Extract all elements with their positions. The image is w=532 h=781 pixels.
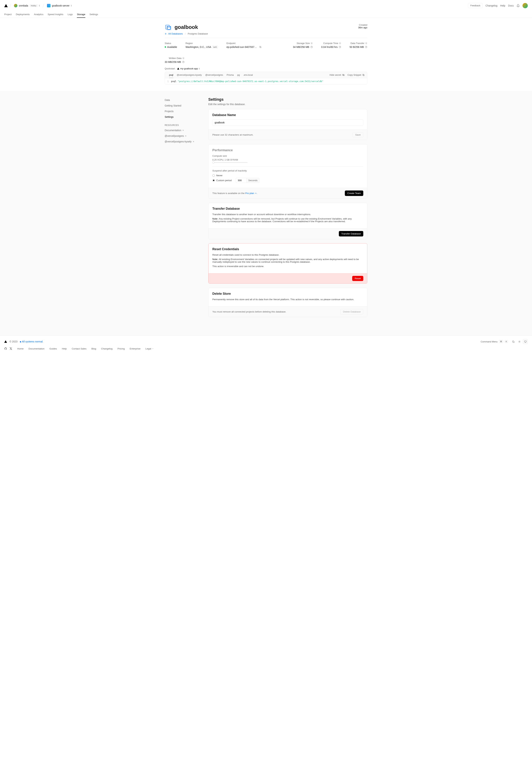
sidebar-resource-docs[interactable]: Documentation	[165, 127, 200, 133]
sidebar-item-getting-started[interactable]: Getting Started	[165, 103, 200, 109]
project-switcher-icon[interactable]: ▴▾	[71, 5, 72, 7]
breadcrumb: All Databases / Postgres Database	[165, 32, 208, 35]
tab-settings[interactable]: Settings	[90, 11, 98, 18]
usage-chart-icon[interactable]	[339, 46, 341, 48]
database-icon	[165, 24, 172, 31]
external-link-icon	[255, 193, 257, 194]
sidebar-resource-kysely[interactable]: @vercel/postgres-kysely	[165, 139, 200, 145]
custom-period-input[interactable]	[236, 178, 246, 183]
reset-title: Reset Credentials	[212, 247, 363, 251]
tab-analytics[interactable]: Analytics	[34, 11, 43, 18]
radio-custom-label: Custom period	[216, 179, 232, 182]
footer-link-blog[interactable]: Blog	[91, 347, 96, 350]
theme-system-button[interactable]	[523, 339, 528, 344]
code-tab-kysely[interactable]: @vercel/postgres-kysely	[175, 72, 204, 78]
all-databases-link[interactable]: All Databases	[165, 32, 183, 35]
footer-link-changelog[interactable]: Changelog	[101, 347, 113, 350]
footer-link-pricing[interactable]: Pricing	[118, 347, 125, 350]
code-tab-prisma[interactable]: Prisma	[225, 72, 235, 78]
footer-social	[4, 347, 12, 350]
sidebar-resource-postgres[interactable]: @vercel/postgres	[165, 133, 200, 139]
created-info: Created 36m ago	[358, 24, 367, 29]
team-name: snmbala	[19, 4, 28, 7]
delete-database-button[interactable]: Delete Database	[340, 309, 363, 315]
compute-slider[interactable]	[212, 162, 248, 163]
database-name-input[interactable]	[212, 119, 363, 126]
copy-icon[interactable]	[259, 46, 262, 48]
code-tabs: psql @vercel/postgres-kysely @vercel/pos…	[165, 72, 367, 78]
copy-snippet-button[interactable]: Copy Snippet	[348, 74, 365, 76]
tab-logs[interactable]: Logs	[68, 11, 73, 18]
sidebar-item-projects[interactable]: Projects	[165, 109, 200, 114]
suspend-never-row[interactable]: Never	[212, 174, 363, 177]
usage-chart-icon[interactable]	[310, 46, 313, 48]
radio-custom[interactable]	[212, 179, 215, 182]
footer-link-legal[interactable]: Legal	[145, 347, 154, 350]
github-icon[interactable]	[4, 347, 7, 350]
database-name-title: Database Name	[212, 113, 363, 117]
x-twitter-icon[interactable]	[9, 347, 12, 350]
usage-chart-icon[interactable]	[182, 61, 184, 63]
seconds-addon: Seconds	[246, 178, 260, 183]
vercel-logo[interactable]	[4, 4, 8, 7]
transfer-note: Note: Any existing Project connections w…	[212, 217, 363, 223]
hide-secret-button[interactable]: Hide secret	[329, 74, 345, 76]
footer-link-enterprise[interactable]: Enterprise	[130, 347, 141, 350]
resource-label: @vercel/postgres	[165, 134, 184, 137]
help-link[interactable]: Help	[500, 4, 505, 7]
stat-endpoint: Endpoint ep-polished-sun-94079372-po…	[226, 42, 262, 48]
create-team-button[interactable]: Create Team	[345, 191, 363, 196]
sidebar-item-settings[interactable]: Settings	[165, 114, 200, 120]
theme-light-button[interactable]	[517, 339, 522, 344]
all-databases-label: All Databases	[168, 32, 183, 35]
header-right: Feedback Changelog Help Docs	[468, 3, 528, 8]
tab-storage[interactable]: Storage	[77, 11, 85, 18]
system-status-link[interactable]: All systems normal.	[20, 340, 43, 343]
code-tab-psql[interactable]: psql	[167, 72, 175, 78]
quickstart-app-selector[interactable]: my-goalbook-app ▴▾	[177, 67, 200, 70]
radio-never[interactable]	[212, 174, 215, 177]
footer-link-guides[interactable]: Guides	[49, 347, 57, 350]
user-avatar[interactable]	[523, 3, 528, 8]
info-icon[interactable]: i	[311, 42, 313, 44]
command-menu-button[interactable]: Command Menu ⌘ K	[481, 340, 508, 343]
moon-icon	[512, 340, 515, 343]
usage-chart-icon[interactable]	[365, 46, 367, 48]
info-icon[interactable]: i	[182, 57, 184, 59]
sidebar-item-data[interactable]: Data	[165, 97, 200, 103]
pro-plan-link[interactable]: Pro plan	[245, 192, 257, 195]
team-scope[interactable]: snmbala Hobby ▴▾	[13, 3, 41, 8]
reset-button[interactable]: Reset	[352, 276, 363, 281]
transfer-database-button[interactable]: Transfer Database	[339, 231, 363, 237]
docs-link[interactable]: Docs	[508, 4, 514, 7]
feedback-button[interactable]: Feedback	[468, 3, 483, 8]
footer-link-help[interactable]: Help	[62, 347, 67, 350]
slash-divider	[43, 3, 44, 8]
transfer-value: 50 B/256 MB	[350, 46, 364, 48]
stat-label: Endpoint	[226, 42, 262, 45]
info-icon[interactable]: i	[365, 42, 367, 44]
project-scope[interactable]: goalbook-server ▴▾	[46, 3, 73, 8]
slider-thumb[interactable]	[212, 161, 215, 164]
code-tab-postgres[interactable]: @vercel/postgres	[204, 72, 225, 78]
footer-link-contact[interactable]: Contact Sales	[72, 347, 86, 350]
theme-dark-button[interactable]	[511, 339, 516, 344]
vercel-footer-logo[interactable]	[4, 340, 7, 343]
footer-link-documentation[interactable]: Documentation	[29, 347, 45, 350]
code-snippet-card: psql @vercel/postgres-kysely @vercel/pos…	[165, 72, 367, 84]
pro-plan-note: This feature is available on the Pro pla…	[212, 192, 257, 195]
tab-deployments[interactable]: Deployments	[16, 11, 30, 18]
save-button[interactable]: Save	[353, 132, 363, 137]
suspend-custom-row[interactable]: Custom period Seconds	[212, 178, 363, 183]
code-tab-env[interactable]: .env.local	[241, 72, 255, 78]
changelog-link[interactable]: Changelog	[486, 4, 497, 7]
info-icon[interactable]: i	[339, 42, 341, 44]
endpoint-value: ep-polished-sun-94079372-po…	[226, 46, 258, 48]
notifications-icon[interactable]	[517, 4, 520, 7]
scope-switcher-icon[interactable]: ▴▾	[39, 5, 40, 7]
stat-label: Storage Size	[297, 42, 310, 45]
tab-speed-insights[interactable]: Speed Insights	[48, 11, 63, 18]
tab-project[interactable]: Project	[4, 11, 12, 18]
footer-link-home[interactable]: Home	[17, 347, 24, 350]
code-tab-pg[interactable]: pg	[235, 72, 241, 78]
